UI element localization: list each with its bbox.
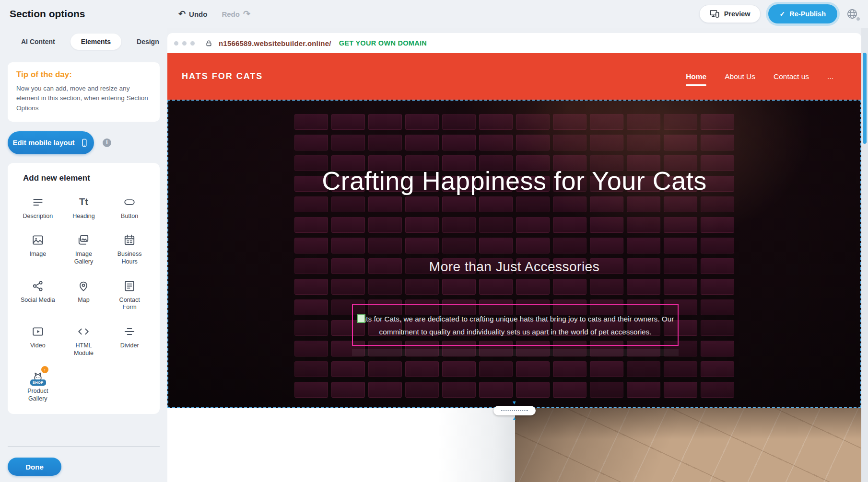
map-icon bbox=[77, 278, 90, 294]
window-dots bbox=[174, 41, 195, 46]
element-item-divider[interactable]: Divider bbox=[108, 324, 151, 357]
app-window: Section options ↶ Undo Redo ↷ P bbox=[0, 0, 868, 482]
mobile-layout-row: Edit mobile layout i bbox=[8, 131, 160, 154]
tab-ai-content[interactable]: AI Content bbox=[19, 34, 57, 50]
nav-item-about[interactable]: About Us bbox=[725, 72, 755, 81]
topbar-actions: Preview ✓ Re-Publish bbox=[699, 0, 859, 28]
product-gallery-icon: ↑ SHOP bbox=[29, 369, 47, 385]
upgrade-badge-icon: ↑ bbox=[41, 366, 48, 373]
hero-subheading[interactable]: More than Just Accessories bbox=[168, 259, 860, 275]
element-item-video[interactable]: Video bbox=[16, 324, 59, 357]
business-hours-icon bbox=[123, 232, 136, 248]
divider-icon bbox=[123, 324, 136, 339]
redo-label: Redo bbox=[222, 10, 240, 18]
done-button[interactable]: Done bbox=[8, 458, 61, 476]
element-item-contact-form[interactable]: Contact Form bbox=[108, 278, 151, 311]
element-label: Business Hours bbox=[112, 251, 147, 265]
element-label: Divider bbox=[120, 342, 139, 350]
site-logo[interactable]: HATS FOR CATS bbox=[182, 71, 263, 81]
image-icon bbox=[32, 232, 44, 248]
element-item-description[interactable]: Description bbox=[16, 195, 59, 220]
scrollbar-track[interactable] bbox=[861, 28, 868, 482]
redo-icon: ↷ bbox=[243, 10, 250, 18]
site-canvas: n1566589.websitebuilder.online/ GET YOUR… bbox=[167, 33, 861, 482]
arrow-up-icon: ▲ bbox=[512, 416, 517, 421]
tab-elements[interactable]: Elements bbox=[70, 34, 121, 50]
undo-icon: ↶ bbox=[178, 10, 186, 18]
next-section-background bbox=[167, 408, 515, 482]
undo-button[interactable]: ↶ Undo bbox=[178, 10, 207, 18]
element-item-image[interactable]: Image bbox=[16, 232, 59, 265]
preview-label: Preview bbox=[724, 10, 751, 18]
contact-form-icon bbox=[123, 278, 136, 294]
description-icon bbox=[32, 195, 44, 210]
info-icon[interactable]: i bbox=[103, 138, 111, 147]
element-item-heading[interactable]: Tt Heading bbox=[62, 195, 106, 220]
section-resize-handle[interactable]: ▼ ▲ bbox=[493, 400, 536, 421]
nav-item-home[interactable]: Home bbox=[686, 72, 706, 81]
element-grid: Description Tt Heading Button Ima bbox=[16, 195, 151, 403]
edit-mobile-layout-button[interactable]: Edit mobile layout bbox=[8, 131, 94, 154]
tab-design[interactable]: Design bbox=[135, 34, 161, 50]
dotted-line bbox=[501, 410, 528, 411]
sidebar-divider bbox=[8, 446, 160, 447]
redo-button[interactable]: Redo ↷ bbox=[222, 10, 250, 18]
undo-label: Undo bbox=[189, 10, 207, 18]
devices-icon bbox=[709, 9, 720, 19]
window-dot bbox=[174, 41, 178, 46]
element-item-html-module[interactable]: HTML Module bbox=[62, 324, 106, 357]
history-controls: ↶ Undo Redo ↷ bbox=[178, 0, 250, 28]
language-globe-button[interactable] bbox=[845, 7, 859, 21]
element-label: Description bbox=[23, 213, 53, 220]
window-dot bbox=[190, 41, 195, 46]
element-item-map[interactable]: Map bbox=[62, 278, 106, 311]
browser-bar: n1566589.websitebuilder.online/ GET YOUR… bbox=[167, 33, 861, 53]
sidebar-tabs: AI Content Elements Design bbox=[0, 28, 167, 50]
page-title: Section options bbox=[10, 8, 85, 20]
hero-section-selected[interactable]: Crafting Happiness for Your Cats More th… bbox=[167, 100, 861, 408]
tip-title: Tip of the day: bbox=[16, 70, 151, 80]
republish-button[interactable]: ✓ Re-Publish bbox=[768, 4, 837, 23]
topbar: Section options ↶ Undo Redo ↷ P bbox=[0, 0, 868, 28]
tip-of-the-day-card: Tip of the day: Now you can add, move an… bbox=[8, 62, 160, 122]
resize-pill[interactable] bbox=[493, 406, 536, 415]
element-label: Video bbox=[30, 342, 46, 350]
element-item-product-gallery[interactable]: ↑ SHOP Product Gallery bbox=[16, 369, 59, 402]
nav-item-contact[interactable]: Contact us bbox=[774, 72, 809, 81]
hero-heading-text: Crafting Happiness for Your Cats bbox=[322, 162, 706, 199]
element-label: HTML Module bbox=[66, 342, 101, 357]
add-element-panel: Add new element Description Tt Heading bbox=[8, 163, 160, 414]
get-domain-link[interactable]: GET YOUR OWN DOMAIN bbox=[339, 39, 427, 47]
selected-text-element[interactable]: Hats for Cats, we are dedicated to craft… bbox=[352, 304, 679, 346]
phone-icon bbox=[80, 138, 89, 148]
element-item-image-gallery[interactable]: Image Gallery bbox=[62, 232, 106, 265]
element-label: Product Gallery bbox=[20, 388, 56, 402]
selection-drag-handle[interactable] bbox=[357, 314, 365, 323]
shop-badge: SHOP bbox=[30, 379, 46, 386]
element-label: Heading bbox=[72, 213, 95, 220]
video-icon bbox=[32, 324, 44, 339]
hero-heading[interactable]: Crafting Happiness for Your Cats bbox=[168, 162, 860, 199]
tip-body: Now you can add, move and resize any ele… bbox=[16, 84, 151, 113]
preview-button[interactable]: Preview bbox=[699, 5, 761, 23]
element-label: Contact Form bbox=[112, 297, 147, 311]
nav-item-more[interactable]: ... bbox=[827, 72, 833, 81]
arrow-down-icon: ▼ bbox=[512, 400, 517, 405]
image-gallery-icon bbox=[77, 232, 90, 248]
add-element-title: Add new element bbox=[16, 173, 151, 183]
site-nav: Home About Us Contact us ... bbox=[686, 72, 847, 81]
element-label: Map bbox=[78, 297, 89, 304]
element-item-social-media[interactable]: Social Media bbox=[16, 278, 59, 311]
site-header: HATS FOR CATS Home About Us Contact us .… bbox=[167, 53, 861, 100]
site-url[interactable]: n1566589.websitebuilder.online/ bbox=[219, 39, 331, 47]
sidebar: AI Content Elements Design Tip of the da… bbox=[0, 28, 167, 482]
globe-badge bbox=[856, 17, 860, 21]
element-label: Social Media bbox=[21, 297, 55, 304]
element-label: Image bbox=[29, 251, 46, 258]
hero-highlight-bar bbox=[352, 349, 679, 356]
element-item-button[interactable]: Button bbox=[108, 195, 151, 220]
hero-paragraph[interactable]: Hats for Cats, we are dedicated to craft… bbox=[353, 305, 678, 338]
element-item-business-hours[interactable]: Business Hours bbox=[108, 232, 151, 265]
heading-icon: Tt bbox=[79, 195, 88, 210]
scrollbar-thumb[interactable] bbox=[863, 53, 867, 144]
